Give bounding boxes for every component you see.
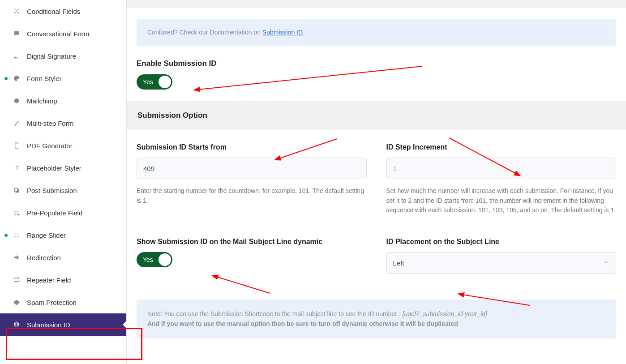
active-dot-icon <box>4 77 8 80</box>
sidebar-item-label: Redirection <box>27 254 61 261</box>
sidebar-item-label: Multi-step Form <box>27 120 73 127</box>
sidebar-item-pre-populate-field[interactable]: Pre-Populate Field <box>0 201 126 224</box>
documentation-info-box: Confused? Check our Documentation on Sub… <box>137 19 616 46</box>
slider-icon <box>13 231 21 239</box>
note-box: Note: You can use the Submission Shortco… <box>137 300 616 338</box>
sidebar-item-label: Digital Signature <box>27 52 76 60</box>
show-mail-column: Show Submission ID on the Mail Subject L… <box>137 238 367 274</box>
shuffle-icon <box>13 7 21 15</box>
toggle-text: Yes <box>143 78 153 86</box>
top-bar-strip <box>127 0 626 8</box>
steps-icon <box>13 119 21 127</box>
prepopulate-icon <box>13 209 21 217</box>
note-line2: And if you want to use the manual option… <box>147 320 458 327</box>
increment-helper: Set how much the number will increase wi… <box>386 186 617 215</box>
starts-from-column: Submission ID Starts from Enter the star… <box>137 143 367 215</box>
sidebar-item-label: PDF Generator <box>27 142 73 150</box>
submission-option-header: Submission Option <box>127 101 626 130</box>
signature-icon <box>13 52 21 60</box>
placement-label: ID Placement on the Subject Line <box>386 238 617 246</box>
sidebar-item-pdf-generator[interactable]: PDF Generator <box>0 134 126 157</box>
redirect-icon <box>13 253 21 261</box>
show-mail-toggle[interactable]: Yes <box>137 252 172 267</box>
increment-label: ID Step Increment <box>386 143 617 151</box>
documentation-link[interactable]: Submission ID <box>262 29 303 36</box>
sidebar-item-label: Conditional Fields <box>27 8 80 15</box>
toggle-knob-icon <box>159 76 171 88</box>
sidebar-item-label: Form Styler <box>27 75 62 82</box>
enable-submission-id-group: Enable Submission ID Yes <box>137 59 616 90</box>
sidebar-item-label: Conversational Form <box>27 30 89 38</box>
info-suffix: . <box>303 29 304 36</box>
main-content: Confused? Check our Documentation on Sub… <box>127 0 626 364</box>
chat-icon <box>13 30 21 38</box>
sidebar-item-form-styler[interactable]: Form Styler <box>0 67 126 90</box>
pdf-icon <box>13 141 21 150</box>
sidebar-item-post-submission[interactable]: Post Submission <box>0 179 126 201</box>
bug-icon <box>13 298 21 306</box>
sidebar-item-label: Submission ID <box>27 321 70 329</box>
sidebar-item-range-slider[interactable]: Range Slider <box>0 224 126 246</box>
starts-from-label: Submission ID Starts from <box>137 143 367 151</box>
increment-column: ID Step Increment Set how much the numbe… <box>386 143 617 215</box>
toggle-text: Yes <box>143 256 153 263</box>
enable-submission-id-toggle[interactable]: Yes <box>137 74 172 90</box>
repeat-icon <box>13 276 21 284</box>
note-shortcode: [uacf7_submission_id-your_id] <box>403 310 487 317</box>
post-icon <box>13 186 21 194</box>
highlight-annotation <box>6 328 142 360</box>
sidebar-item-repeater-field[interactable]: Repeater Field <box>0 269 126 291</box>
sidebar-item-label: Pre-Populate Field <box>27 209 82 217</box>
sidebar-item-digital-signature[interactable]: Digital Signature <box>0 45 126 67</box>
sidebar-item-label: Post Submission <box>27 187 77 194</box>
options-grid-row-1: Submission ID Starts from Enter the star… <box>137 143 616 215</box>
sidebar-item-conversational-form[interactable]: Conversational Form <box>0 22 126 45</box>
svg-point-0 <box>14 98 19 103</box>
sidebar-item-spam-protection[interactable]: Spam Protection <box>0 291 126 313</box>
options-grid-row-2: Show Submission ID on the Mail Subject L… <box>137 238 616 274</box>
sidebar-item-label: Mailchimp <box>27 97 57 105</box>
placement-select[interactable]: Left <box>386 252 617 274</box>
sidebar-item-label: Repeater Field <box>27 276 71 284</box>
starts-from-input[interactable] <box>137 158 367 179</box>
sidebar-item-label: Placeholder Styler <box>27 164 81 172</box>
show-mail-label: Show Submission ID on the Mail Subject L… <box>137 238 367 246</box>
sidebar-item-mailchimp[interactable]: Mailchimp <box>0 90 126 112</box>
svg-line-4 <box>216 277 270 293</box>
starts-from-helper: Enter the starting number for the countd… <box>137 186 367 206</box>
sidebar-item-label: Spam Protection <box>27 299 77 306</box>
sidebar-item-redirection[interactable]: Redirection <box>0 246 126 269</box>
paint-icon <box>13 74 21 82</box>
toggle-knob-icon <box>159 253 171 266</box>
mailchimp-icon <box>13 97 21 105</box>
sidebar-item-multistep-form[interactable]: Multi-step Form <box>0 112 126 134</box>
sidebar-item-conditional-fields[interactable]: Conditional Fields <box>0 0 126 22</box>
sidebar-item-label: Range Slider <box>27 231 66 239</box>
enable-submission-id-label: Enable Submission ID <box>137 59 616 68</box>
info-prefix: Confused? Check our Documentation on <box>147 29 262 36</box>
sidebar-item-placeholder-styler[interactable]: Placeholder Styler <box>0 157 126 179</box>
sidebar: Conditional Fields Conversational Form D… <box>0 0 127 364</box>
active-dot-icon <box>4 234 8 237</box>
increment-input[interactable] <box>386 158 617 179</box>
app-root: Conditional Fields Conversational Form D… <box>0 0 626 364</box>
note-line1-prefix: Note: You can use the Submission Shortco… <box>147 310 403 317</box>
placement-column: ID Placement on the Subject Line Left <box>386 238 617 274</box>
text-icon <box>13 164 21 172</box>
